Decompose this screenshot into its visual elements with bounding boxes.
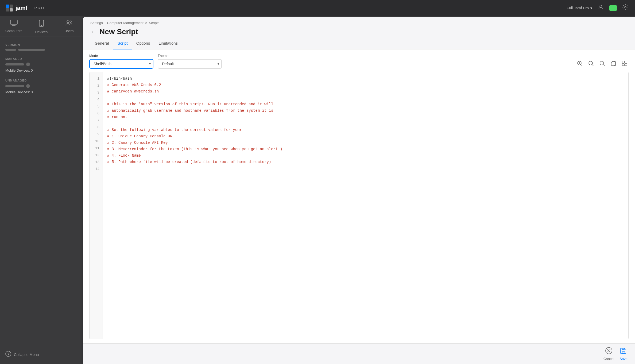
svg-point-5	[625, 6, 626, 8]
jamf-logo-icon	[5, 4, 13, 12]
svg-rect-23	[622, 61, 624, 63]
chevron-down-icon: ▾	[590, 6, 592, 10]
settings-gear-button[interactable]	[621, 3, 630, 13]
svg-rect-24	[625, 61, 627, 63]
logo-text: jamf	[16, 5, 28, 11]
svg-point-9	[67, 21, 69, 23]
code-line-3: # canarygen_awscreds.sh	[107, 88, 624, 95]
line-num-10: 10	[90, 138, 103, 145]
managed-bar-medium	[5, 63, 24, 65]
content-area: Settings : Computer Management > Scripts…	[83, 17, 635, 364]
back-button[interactable]: ←	[90, 28, 96, 35]
svg-rect-2	[6, 8, 9, 11]
script-toolbar: Mode Shell/Bash Python Ruby Perl ▾ Theme	[83, 49, 635, 72]
sidebar-item-devices[interactable]: Devices	[28, 16, 55, 37]
code-line-4	[107, 95, 624, 101]
version-bar-short	[5, 49, 16, 51]
clipboard-button[interactable]	[609, 59, 617, 69]
managed-bars	[0, 61, 83, 67]
tab-options[interactable]: Options	[132, 38, 154, 49]
line-num-8: 8	[90, 124, 103, 131]
tab-general[interactable]: General	[90, 38, 113, 49]
page-title: New Script	[99, 28, 138, 36]
unmanaged-bars	[0, 83, 83, 89]
users-icon	[65, 20, 72, 27]
sidebar-users-label: Users	[64, 29, 73, 33]
mode-select[interactable]: Shell/Bash Python Ruby Perl	[89, 59, 153, 69]
svg-point-4	[600, 5, 602, 7]
sidebar-computers-label: Computers	[5, 29, 22, 33]
svg-rect-30	[622, 352, 625, 353]
line-num-12: 12	[90, 152, 103, 159]
unmanaged-section-label: UNMANAGED	[0, 77, 83, 83]
managed-section-label: MANAGED	[0, 55, 83, 61]
collapse-label: Collapse Menu	[14, 353, 39, 357]
breadcrumb-scripts: Scripts	[149, 21, 160, 25]
sidebar-item-users[interactable]: Users	[55, 16, 83, 37]
svg-rect-25	[622, 64, 624, 66]
breadcrumb: Settings : Computer Management > Scripts	[83, 17, 635, 25]
theme-select-wrapper: Default Dark Light ▾	[158, 59, 222, 69]
theme-field: Theme Default Dark Light ▾	[158, 54, 222, 69]
sidebar: Computers Devices	[0, 16, 83, 364]
user-profile-button[interactable]	[597, 3, 605, 13]
collapse-icon	[5, 351, 11, 358]
code-line-12: # 3. Memo/reminder for the token (this i…	[107, 146, 624, 152]
code-line-6: # automatically grab username and hostna…	[107, 107, 624, 114]
line-num-9: 9	[90, 131, 103, 138]
main-layout: Computers Devices	[0, 16, 635, 364]
collapse-menu-button[interactable]: Collapse Menu	[0, 348, 83, 361]
svg-point-19	[600, 61, 604, 65]
line-num-5: 5	[90, 103, 103, 110]
code-line-14: # 5. Path where file will be created (de…	[107, 159, 624, 165]
code-line-8	[107, 120, 624, 127]
line-num-6: 6	[90, 110, 103, 117]
devices-icon	[39, 20, 44, 28]
svg-rect-6	[10, 20, 17, 24]
managed-mobile-devices: Mobile Devices: 0	[0, 67, 83, 73]
cancel-button[interactable]: Cancel	[603, 347, 614, 361]
save-button[interactable]: Save	[619, 347, 628, 361]
line-numbers: 1 2 3 4 5 6 7 8 9 10 11 12 13 14	[90, 72, 103, 339]
tab-limitations[interactable]: Limitations	[154, 38, 182, 49]
sidebar-devices-label: Devices	[35, 30, 48, 34]
line-num-3: 3	[90, 89, 103, 96]
sidebar-item-computers[interactable]: Computers	[0, 16, 28, 37]
editor-toolbar-icons	[576, 59, 629, 69]
svg-line-18	[592, 65, 594, 66]
code-editor[interactable]: 1 2 3 4 5 6 7 8 9 10 11 12 13 14 #!/bin/…	[89, 72, 629, 339]
unmanaged-bar-medium	[5, 85, 24, 87]
line-num-13: 13	[90, 159, 103, 166]
zoom-in-button[interactable]	[576, 59, 584, 69]
svg-line-15	[581, 65, 582, 66]
unmanaged-mobile-devices: Mobile Devices: 0	[0, 89, 83, 95]
tab-script[interactable]: Script	[113, 38, 132, 49]
mode-field: Mode Shell/Bash Python Ruby Perl ▾	[89, 54, 153, 69]
svg-line-20	[603, 65, 605, 66]
managed-bar-dot	[26, 63, 30, 66]
code-line-11: # 2. Canary Console API Key	[107, 140, 624, 146]
cancel-icon	[605, 347, 613, 356]
nav-right: Full Jamf Pro ▾	[567, 3, 630, 13]
zoom-out-button[interactable]	[587, 59, 595, 69]
code-line-9: # Set the following variables to the cor…	[107, 127, 624, 133]
code-line-2: # Generate AWS Creds 0.2	[107, 82, 624, 88]
theme-select[interactable]: Default Dark Light	[158, 59, 222, 69]
svg-rect-31	[622, 348, 624, 350]
code-line-13: # 4. Flock Name	[107, 152, 624, 159]
code-line-1: #!/bin/bash	[107, 75, 624, 82]
grid-button[interactable]	[621, 59, 629, 69]
theme-label: Theme	[158, 54, 222, 58]
mode-label: Mode	[89, 54, 153, 58]
user-menu-button[interactable]: Full Jamf Pro ▾	[567, 6, 592, 10]
line-num-14: 14	[90, 166, 103, 173]
svg-rect-3	[10, 8, 13, 11]
page-header: ← New Script	[83, 25, 635, 36]
save-icon	[620, 347, 627, 356]
tabs-bar: General Script Options Limitations	[83, 38, 635, 49]
find-button[interactable]	[598, 59, 606, 69]
svg-rect-26	[625, 64, 627, 66]
version-section-label: VERSION	[0, 41, 83, 48]
breadcrumb-settings: Settings	[90, 21, 103, 25]
code-content[interactable]: #!/bin/bash # Generate AWS Creds 0.2 # c…	[103, 72, 628, 339]
